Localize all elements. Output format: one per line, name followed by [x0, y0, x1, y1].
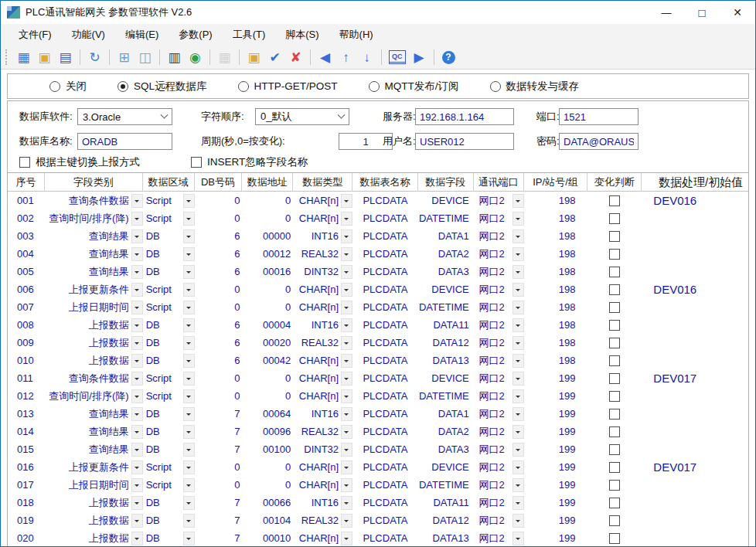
cell-tablename[interactable]: PLCDATA — [352, 209, 418, 227]
cell-field[interactable]: DATA3 — [418, 263, 474, 280]
cell-init[interactable] — [642, 245, 748, 263]
dropdown-arrow-icon[interactable] — [341, 212, 352, 226]
cell-address[interactable]: 00000 — [242, 227, 293, 245]
change-checkbox-icon[interactable] — [609, 391, 620, 402]
change-checkbox-icon[interactable] — [609, 409, 620, 420]
dropdown-arrow-icon[interactable] — [513, 478, 524, 492]
dropdown-arrow-icon[interactable] — [183, 407, 195, 421]
dropdown-arrow-icon[interactable] — [341, 478, 352, 492]
move-left-icon[interactable]: ◀ — [315, 48, 335, 66]
connect-network-icon[interactable]: ▦ — [13, 48, 34, 66]
dropdown-arrow-icon[interactable] — [183, 514, 195, 528]
dropdown-arrow-icon[interactable] — [513, 336, 524, 350]
dropdown-arrow-icon[interactable] — [341, 514, 352, 528]
table-row[interactable]: 009 上报数据 DB 6 00020 — [8, 334, 748, 352]
cell-db[interactable]: 6 — [195, 263, 243, 280]
cell-address[interactable]: 00064 — [242, 405, 293, 423]
dropdown-arrow-icon[interactable] — [341, 354, 352, 368]
cell-address[interactable]: 0 — [242, 209, 293, 227]
cell-db[interactable]: 0 — [195, 369, 243, 387]
cell-field[interactable]: DEVICE — [418, 192, 474, 209]
dropdown-arrow-icon[interactable] — [131, 301, 143, 314]
cell-db[interactable]: 7 — [195, 511, 243, 529]
cell-ip[interactable]: 199 — [524, 405, 588, 423]
cell-init[interactable] — [642, 494, 748, 511]
dropdown-arrow-icon[interactable] — [513, 283, 524, 297]
db-software-select[interactable]: 3.Oracle — [77, 108, 172, 125]
cell-address[interactable]: 00100 — [242, 440, 293, 458]
cell-init[interactable] — [642, 511, 748, 529]
menu-item[interactable]: 功能(V) — [62, 25, 115, 45]
menu-item[interactable]: 文件(F) — [9, 25, 62, 45]
topology-icon[interactable]: ⊞ — [114, 48, 135, 66]
change-checkbox-icon[interactable] — [609, 249, 620, 260]
refresh-icon[interactable]: ↻ — [84, 48, 105, 66]
dropdown-arrow-icon[interactable] — [131, 212, 143, 226]
dropdown-arrow-icon[interactable] — [341, 265, 352, 279]
change-checkbox-icon[interactable] — [609, 498, 620, 508]
dropdown-arrow-icon[interactable] — [513, 212, 524, 226]
dropdown-arrow-icon[interactable] — [513, 460, 524, 474]
dropdown-arrow-icon[interactable] — [131, 283, 143, 297]
cell-tablename[interactable]: PLCDATA — [352, 352, 418, 369]
cell-init[interactable] — [642, 227, 748, 245]
cell-field[interactable]: DEVICE — [418, 458, 474, 476]
change-checkbox-icon[interactable] — [609, 355, 620, 366]
delete-x-icon[interactable]: ✘ — [285, 48, 306, 66]
dropdown-arrow-icon[interactable] — [341, 194, 352, 208]
dropdown-arrow-icon[interactable] — [341, 532, 352, 545]
table-row[interactable]: 016 上报更新条件 Script 0 0 — [8, 458, 748, 476]
table-row[interactable]: 006 上报更新条件 Script 0 0 — [8, 280, 748, 298]
dropdown-arrow-icon[interactable] — [341, 372, 352, 386]
cell-field[interactable]: DATA11 — [418, 316, 474, 334]
cell-field[interactable]: DATA13 — [418, 352, 474, 369]
table-row[interactable]: 014 查询结果 DB 7 00096 — [8, 423, 748, 440]
username-input[interactable] — [415, 133, 514, 150]
dropdown-arrow-icon[interactable] — [341, 443, 352, 457]
cell-field[interactable]: DATETIME — [418, 387, 474, 405]
cell-tablename[interactable]: PLCDATA — [352, 334, 418, 352]
cell-db[interactable]: 0 — [195, 280, 243, 298]
cell-address[interactable]: 0 — [242, 280, 293, 298]
cell-db[interactable]: 0 — [195, 192, 243, 209]
serial-port-icon[interactable]: ◫ — [135, 48, 155, 66]
cell-tablename[interactable]: PLCDATA — [352, 458, 418, 476]
dropdown-arrow-icon[interactable] — [131, 389, 143, 403]
cell-tablename[interactable]: PLCDATA — [352, 263, 418, 280]
cell-init[interactable] — [642, 440, 748, 458]
cell-tablename[interactable]: PLCDATA — [352, 387, 418, 405]
dropdown-arrow-icon[interactable] — [341, 229, 352, 243]
cell-ip[interactable]: 198 — [524, 334, 588, 352]
cell-ip[interactable]: 199 — [524, 476, 588, 494]
dropdown-arrow-icon[interactable] — [341, 247, 352, 261]
cell-db[interactable]: 0 — [195, 458, 243, 476]
change-checkbox-icon[interactable] — [609, 515, 620, 526]
dropdown-arrow-icon[interactable] — [131, 318, 143, 332]
cell-db[interactable]: 0 — [195, 476, 243, 494]
cell-init[interactable]: DEV016 — [642, 192, 748, 209]
cell-field[interactable]: DATA1 — [418, 227, 474, 245]
dropdown-arrow-icon[interactable] — [341, 283, 352, 297]
cell-ip[interactable]: 199 — [524, 494, 588, 511]
dropdown-arrow-icon[interactable] — [131, 407, 143, 421]
dropdown-arrow-icon[interactable] — [513, 443, 524, 457]
dropdown-arrow-icon[interactable] — [183, 496, 195, 510]
cell-tablename[interactable]: PLCDATA — [352, 245, 418, 263]
cell-tablename[interactable]: PLCDATA — [352, 298, 418, 316]
change-checkbox-icon[interactable] — [609, 195, 620, 206]
dropdown-arrow-icon[interactable] — [183, 354, 195, 368]
cell-db[interactable]: 7 — [195, 494, 243, 511]
help-icon[interactable]: ? — [442, 51, 455, 64]
move-up-icon[interactable]: ↑ — [335, 48, 356, 66]
cell-address[interactable]: 0 — [242, 192, 293, 209]
mode-radio-option[interactable]: 数据转发与缓存 — [490, 80, 580, 93]
cell-init[interactable] — [642, 387, 748, 405]
cell-field[interactable]: DATA13 — [418, 529, 474, 547]
dropdown-arrow-icon[interactable] — [131, 460, 143, 474]
cell-db[interactable]: 6 — [195, 334, 243, 352]
dropdown-arrow-icon[interactable] — [183, 389, 195, 403]
dropdown-arrow-icon[interactable] — [513, 194, 524, 208]
cell-db[interactable]: 7 — [195, 440, 243, 458]
dropdown-arrow-icon[interactable] — [341, 407, 352, 421]
table-row[interactable]: 015 查询结果 DB 7 00100 — [8, 440, 748, 458]
